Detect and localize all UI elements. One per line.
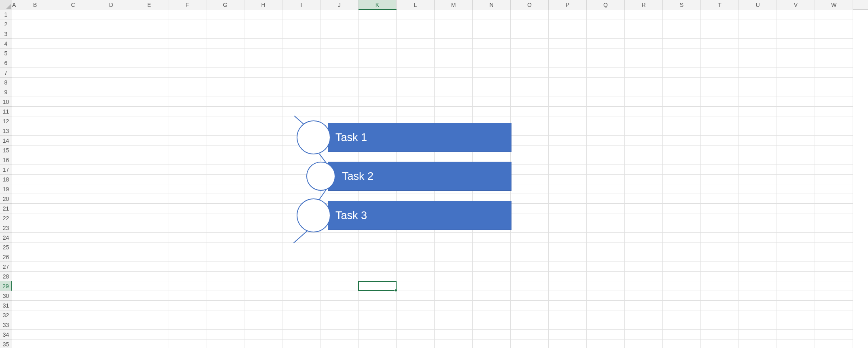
- cell-R7[interactable]: [625, 68, 663, 78]
- cell-G13[interactable]: [206, 126, 244, 136]
- cell-R9[interactable]: [625, 87, 663, 97]
- cell-Q18[interactable]: [587, 175, 625, 184]
- cell-C20[interactable]: [54, 194, 92, 204]
- cell-K1[interactable]: [359, 10, 397, 19]
- cell-D13[interactable]: [92, 126, 130, 136]
- cell-S6[interactable]: [663, 58, 701, 68]
- cell-N11[interactable]: [473, 107, 511, 116]
- cell-R10[interactable]: [625, 97, 663, 107]
- cell-L15[interactable]: [397, 146, 435, 155]
- cell-E35[interactable]: [130, 340, 168, 348]
- cell-L27[interactable]: [397, 262, 435, 272]
- cell-F5[interactable]: [168, 49, 206, 58]
- row-header-7[interactable]: 7: [0, 68, 12, 78]
- cell-C26[interactable]: [54, 252, 92, 262]
- cell-I32[interactable]: [282, 310, 320, 320]
- cell-G14[interactable]: [206, 136, 244, 146]
- cell-O22[interactable]: [511, 213, 549, 223]
- cell-G35[interactable]: [206, 340, 244, 348]
- cell-O18[interactable]: [511, 175, 549, 184]
- cell-K22[interactable]: [359, 213, 397, 223]
- cell-K16[interactable]: [359, 155, 397, 165]
- cell-I6[interactable]: [282, 58, 320, 68]
- cell-J30[interactable]: [320, 291, 359, 301]
- cell-F34[interactable]: [168, 330, 206, 340]
- cell-J25[interactable]: [320, 243, 359, 252]
- cell-O3[interactable]: [511, 29, 549, 39]
- cell-K11[interactable]: [359, 107, 397, 116]
- cell-F23[interactable]: [168, 223, 206, 233]
- cell-H12[interactable]: [244, 116, 282, 126]
- cell-U15[interactable]: [739, 146, 777, 155]
- cell-N21[interactable]: [473, 204, 511, 213]
- cell-P11[interactable]: [549, 107, 587, 116]
- cell-C3[interactable]: [54, 29, 92, 39]
- cell-U31[interactable]: [739, 301, 777, 310]
- cell-M35[interactable]: [435, 340, 473, 348]
- cell-K28[interactable]: [359, 272, 397, 281]
- cell-R1[interactable]: [625, 10, 663, 19]
- cell-K8[interactable]: [359, 78, 397, 87]
- cell-V14[interactable]: [777, 136, 815, 146]
- cell-O25[interactable]: [511, 243, 549, 252]
- cell-S33[interactable]: [663, 320, 701, 330]
- cell-T16[interactable]: [701, 155, 739, 165]
- cell-S15[interactable]: [663, 146, 701, 155]
- cell-B28[interactable]: [16, 272, 54, 281]
- cell-S10[interactable]: [663, 97, 701, 107]
- cell-I3[interactable]: [282, 29, 320, 39]
- cell-H26[interactable]: [244, 252, 282, 262]
- cell-N4[interactable]: [473, 39, 511, 49]
- cell-V9[interactable]: [777, 87, 815, 97]
- cell-H9[interactable]: [244, 87, 282, 97]
- cell-K9[interactable]: [359, 87, 397, 97]
- cell-Q16[interactable]: [587, 155, 625, 165]
- cell-S29[interactable]: [663, 281, 701, 291]
- cell-O9[interactable]: [511, 87, 549, 97]
- cell-K10[interactable]: [359, 97, 397, 107]
- cell-F33[interactable]: [168, 320, 206, 330]
- cell-J17[interactable]: [320, 165, 359, 175]
- cell-I33[interactable]: [282, 320, 320, 330]
- cell-A35[interactable]: [12, 340, 16, 348]
- cell-C1[interactable]: [54, 10, 92, 19]
- cell-U22[interactable]: [739, 213, 777, 223]
- cell-P16[interactable]: [549, 155, 587, 165]
- cell-S8[interactable]: [663, 78, 701, 87]
- cell-D8[interactable]: [92, 78, 130, 87]
- cell-J14[interactable]: [320, 136, 359, 146]
- cell-T26[interactable]: [701, 252, 739, 262]
- cell-B11[interactable]: [16, 107, 54, 116]
- cell-M23[interactable]: [435, 223, 473, 233]
- cell-H32[interactable]: [244, 310, 282, 320]
- cell-B19[interactable]: [16, 184, 54, 194]
- row-header-33[interactable]: 33: [0, 320, 12, 330]
- cell-F8[interactable]: [168, 78, 206, 87]
- cell-I9[interactable]: [282, 87, 320, 97]
- cell-T9[interactable]: [701, 87, 739, 97]
- cell-I19[interactable]: [282, 184, 320, 194]
- cell-K5[interactable]: [359, 49, 397, 58]
- cell-V31[interactable]: [777, 301, 815, 310]
- cell-U30[interactable]: [739, 291, 777, 301]
- cell-U10[interactable]: [739, 97, 777, 107]
- cell-E1[interactable]: [130, 10, 168, 19]
- cell-I28[interactable]: [282, 272, 320, 281]
- cell-V4[interactable]: [777, 39, 815, 49]
- cell-R24[interactable]: [625, 233, 663, 243]
- cell-P20[interactable]: [549, 194, 587, 204]
- row-header-28[interactable]: 28: [0, 272, 12, 281]
- cell-G25[interactable]: [206, 243, 244, 252]
- cell-R29[interactable]: [625, 281, 663, 291]
- cell-F31[interactable]: [168, 301, 206, 310]
- cell-D12[interactable]: [92, 116, 130, 126]
- cell-D23[interactable]: [92, 223, 130, 233]
- cell-W10[interactable]: [815, 97, 853, 107]
- cell-L32[interactable]: [397, 310, 435, 320]
- cell-I18[interactable]: [282, 175, 320, 184]
- cell-A30[interactable]: [12, 291, 16, 301]
- row-header-10[interactable]: 10: [0, 97, 12, 107]
- cell-S11[interactable]: [663, 107, 701, 116]
- cell-P33[interactable]: [549, 320, 587, 330]
- cell-L19[interactable]: [397, 184, 435, 194]
